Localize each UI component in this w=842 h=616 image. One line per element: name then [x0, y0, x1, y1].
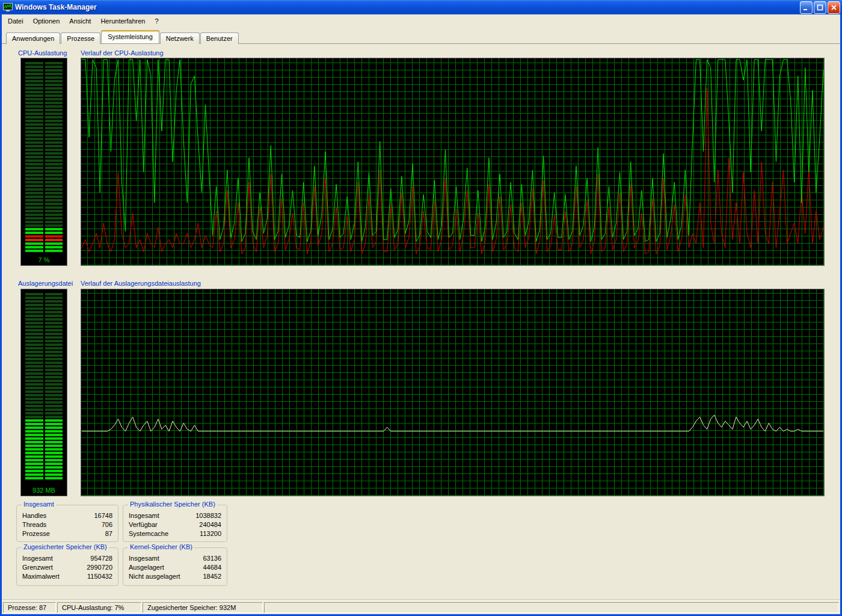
gauge-segment	[25, 340, 63, 342]
gauge-segment	[25, 466, 63, 469]
gauge-segment	[25, 416, 63, 418]
stat-label: Threads	[22, 520, 46, 529]
stat-value: 1150432	[87, 572, 112, 581]
stat-row: Insgesamt954728	[22, 554, 112, 563]
stat-value: 63136	[203, 554, 221, 563]
gauge-segment	[25, 94, 63, 97]
gauge-segment	[25, 87, 63, 90]
gauge-segment	[25, 419, 63, 422]
gauge-segment	[25, 69, 63, 72]
gauge-segment	[25, 365, 63, 368]
stat-value: 954728	[90, 554, 112, 563]
menu-item-optionen[interactable]: Optionen	[28, 16, 65, 26]
stat-label: Insgesamt	[129, 554, 159, 563]
stat-value: 240484	[199, 520, 221, 529]
gauge-segment	[25, 170, 63, 173]
gauge-segment	[25, 109, 63, 111]
gauge-segment	[25, 333, 63, 335]
gauge-segment	[25, 120, 63, 122]
gauge-segment	[25, 98, 63, 100]
gauge-segment	[25, 152, 63, 155]
stat-row: Handles16748	[22, 511, 112, 520]
gauge-segment	[25, 116, 63, 119]
pagefile-value: 932 MB	[21, 487, 67, 494]
gauge-segment	[25, 199, 63, 202]
pagefile-history-graph-panel	[81, 289, 825, 496]
gauge-segment	[25, 167, 63, 169]
gauge-segment	[25, 185, 63, 187]
app-icon	[3, 2, 13, 12]
cpu-usage-value: 7 %	[21, 256, 67, 263]
gauge-segment	[25, 336, 63, 339]
pagefile-history-label: Verlauf der Auslagerungsdateiauslastung	[81, 280, 201, 287]
gauge-segment	[25, 246, 63, 248]
stat-value: 18452	[203, 572, 221, 581]
gauge-segment	[25, 239, 63, 241]
client-area: DateiOptionenAnsichtHerunterfahren? Anwe…	[2, 14, 840, 614]
gauge-segment	[25, 311, 63, 313]
window-title: Windows Task-Manager	[15, 3, 799, 11]
gauge-segment	[25, 105, 63, 108]
stat-value: 44684	[203, 563, 221, 572]
close-button[interactable]	[828, 1, 840, 14]
gauge-segment	[25, 427, 63, 429]
gauge-segment	[25, 318, 63, 321]
gauge-segment	[25, 250, 63, 252]
gauge-segment	[25, 325, 63, 328]
tab-netzwerk[interactable]: Netzwerk	[160, 32, 200, 44]
stat-row: Maximalwert1150432	[22, 572, 112, 581]
gauge-segment	[25, 394, 63, 396]
gauge-segment	[25, 80, 63, 82]
gauge-segment	[25, 174, 63, 176]
gauge-segment	[25, 206, 63, 209]
gauge-segment	[25, 437, 63, 440]
gauge-segment	[25, 62, 63, 64]
gauge-segment	[25, 304, 63, 306]
gauge-segment	[25, 434, 63, 436]
tab-anwendungen[interactable]: Anwendungen	[6, 32, 60, 44]
stat-value: 1038832	[195, 511, 221, 520]
totals-groupbox: Insgesamt Handles16748Threads706Prozesse…	[16, 505, 118, 542]
gauge-segment	[25, 401, 63, 404]
cpu-history-graph-panel	[81, 58, 825, 266]
stat-label: Insgesamt	[22, 554, 53, 563]
gauge-segment	[25, 224, 63, 227]
gauge-segment	[25, 123, 63, 126]
gauge-segment	[25, 138, 63, 140]
gauge-segment	[25, 369, 63, 371]
gauge-segment	[25, 134, 63, 137]
gauge-segment	[25, 343, 63, 346]
tab-systemleistung[interactable]: Systemleistung	[101, 30, 159, 43]
menu-item-ansicht[interactable]: Ansicht	[64, 16, 96, 26]
tab-benutzer[interactable]: Benutzer	[200, 32, 239, 44]
menu-item-datei[interactable]: Datei	[3, 16, 28, 26]
physical-memory-groupbox: Physikalischer Speicher (KB) Insgesamt10…	[123, 505, 227, 542]
stat-row: Ausgelagert44684	[129, 563, 221, 572]
gauge-segment	[25, 430, 63, 433]
stat-row: Nicht ausgelagert18452	[129, 572, 221, 581]
gauge-segment	[25, 412, 63, 414]
stat-label: Prozesse	[22, 529, 50, 538]
stat-label: Grenzwert	[22, 563, 53, 572]
minimize-button[interactable]	[800, 1, 813, 14]
menu-item-?[interactable]: ?	[150, 16, 163, 26]
gauge-segment	[25, 376, 63, 378]
stat-value: 113200	[200, 529, 221, 538]
groupbox-title: Zugesicherter Speicher (KB)	[22, 543, 109, 550]
stat-row: Threads706	[22, 520, 112, 529]
tab-prozesse[interactable]: Prozesse	[61, 32, 100, 44]
gauge-segment	[25, 398, 63, 400]
groupbox-title: Kernel-Speicher (KB)	[128, 543, 194, 550]
maximize-button[interactable]	[814, 1, 826, 14]
status-panel-0: Prozesse: 87	[3, 602, 56, 613]
stat-row: Insgesamt1038832	[129, 511, 221, 520]
pagefile-gauge: 932 MB	[20, 289, 67, 496]
gauge-segment	[25, 455, 63, 458]
menu-item-herunterfahren[interactable]: Herunterfahren	[96, 16, 150, 26]
gauge-segment	[25, 84, 63, 86]
status-bar: Prozesse: 87CPU-Auslastung: 7%Zugesicher…	[2, 600, 840, 614]
stat-row: Systemcache113200	[129, 529, 221, 538]
gauge-segment	[25, 242, 63, 245]
title-bar: Windows Task-Manager	[0, 0, 842, 14]
gauge-segment	[25, 405, 63, 407]
